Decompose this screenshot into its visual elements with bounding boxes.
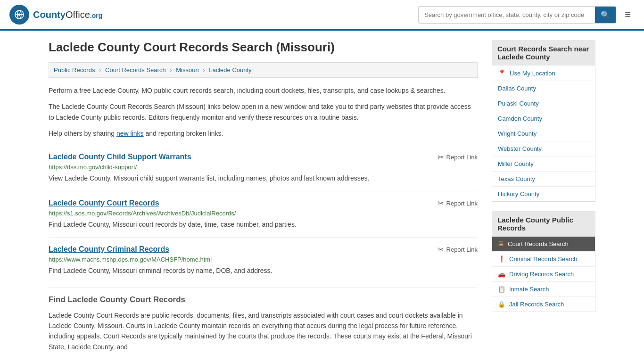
breadcrumb-sep3: › — [203, 66, 205, 74]
public-records-item-0[interactable]: 🏛 Court Records Search — [492, 237, 595, 252]
report-icon-2: ✂ — [438, 199, 444, 208]
result-desc-2: Find Laclede County, Missouri court reco… — [49, 220, 478, 230]
nearby-county-3[interactable]: Wright County — [492, 126, 595, 141]
breadcrumb-missouri[interactable]: Missouri — [176, 66, 198, 74]
find-title: Find Laclede County Court Records — [49, 295, 478, 304]
public-records-item-2[interactable]: 🚗 Driving Records Search — [492, 267, 595, 282]
desc3-pre: Help others by sharing — [49, 130, 116, 137]
nearby-county-4[interactable]: Webster County — [492, 141, 595, 156]
search-button[interactable]: 🔍 — [595, 7, 616, 23]
nearby-county-5[interactable]: Miller County — [492, 156, 595, 172]
new-links-link[interactable]: new links — [116, 130, 144, 137]
result-url-1: https://dss.mo.gov/child-support/ — [49, 164, 478, 171]
public-records-list: 🏛 Court Records Search ❗ Criminal Record… — [492, 237, 595, 312]
report-icon-1: ✂ — [438, 153, 444, 162]
breadcrumb: Public Records › Court Records Search › … — [49, 62, 478, 78]
site-header: CountyOffice.org 🔍 ≡ — [0, 0, 644, 31]
result-url-3: https://www.machs.mshp.dps.mo.gov/MACHSF… — [49, 256, 478, 263]
logo: CountyOffice.org — [9, 5, 102, 25]
description-2: The Laclede County Court Records Search … — [49, 101, 478, 123]
sidebar: Court Records Search near Laclede County… — [492, 40, 595, 352]
report-link-1[interactable]: ✂ Report Link — [438, 153, 478, 162]
result-url-2: https://s1.sos.mo.gov/Records/Archives/A… — [49, 210, 478, 217]
result-header-1: Laclede County Child Support Warrants ✂ … — [49, 153, 478, 162]
public-records-item-4[interactable]: 🔒 Jail Records Search — [492, 297, 595, 312]
breadcrumb-laclede[interactable]: Laclede County — [209, 66, 251, 74]
nearby-county-2[interactable]: Camden County — [492, 111, 595, 126]
svg-point-4 — [18, 14, 21, 16]
criminal-records-icon: ❗ — [498, 255, 505, 263]
result-header-3: Laclede County Criminal Records ✂ Report… — [49, 245, 478, 254]
result-desc-3: Find Laclede County, Missouri criminal r… — [49, 266, 478, 276]
main-container: Laclede County Court Records Search (Mis… — [39, 31, 605, 362]
logo-text: CountyOffice.org — [33, 9, 102, 20]
nearby-section: Court Records Search near Laclede County… — [492, 40, 595, 202]
nearby-county-1[interactable]: Pulaski County — [492, 96, 595, 111]
result-desc-1: View Laclede County, Missouri child supp… — [49, 173, 478, 183]
use-location-label: Use My Location — [510, 70, 555, 77]
nearby-header: Court Records Search near Laclede County — [492, 40, 595, 66]
result-title-2[interactable]: Laclede County Court Records — [49, 199, 159, 207]
logo-icon — [9, 5, 29, 25]
report-icon-3: ✂ — [438, 245, 444, 254]
report-link-3[interactable]: ✂ Report Link — [438, 245, 478, 254]
find-desc: Laclede County Court Records are public … — [49, 310, 478, 353]
desc3-post: and reporting broken links. — [144, 130, 223, 137]
page-title: Laclede County Court Records Search (Mis… — [49, 40, 478, 55]
breadcrumb-sep2: › — [170, 66, 172, 74]
description-1: Perform a free Laclede County, MO public… — [49, 85, 478, 96]
nearby-county-0[interactable]: Dallas County — [492, 81, 595, 96]
breadcrumb-court-records[interactable]: Court Records Search — [105, 66, 166, 74]
report-link-2[interactable]: ✂ Report Link — [438, 199, 478, 208]
report-label-2: Report Link — [446, 200, 478, 207]
jail-records-icon: 🔒 — [498, 301, 505, 308]
inmate-search-icon: 📋 — [498, 286, 505, 293]
breadcrumb-public-records[interactable]: Public Records — [54, 66, 95, 74]
public-records-item-1[interactable]: ❗ Criminal Records Search — [492, 252, 595, 267]
nearby-county-6[interactable]: Texas County — [492, 172, 595, 187]
use-location-link[interactable]: 📍 Use My Location — [492, 66, 595, 81]
use-location-item[interactable]: 📍 Use My Location — [492, 66, 595, 81]
result-title-3[interactable]: Laclede County Criminal Records — [49, 245, 169, 254]
menu-button[interactable]: ≡ — [621, 7, 635, 23]
driving-records-icon: 🚗 — [498, 271, 505, 278]
search-input[interactable] — [419, 8, 595, 22]
description-3: Help others by sharing new links and rep… — [49, 128, 478, 139]
report-label-1: Report Link — [446, 154, 478, 161]
find-section: Find Laclede County Court Records Lacled… — [49, 287, 478, 353]
report-label-3: Report Link — [446, 246, 478, 253]
public-records-item-3[interactable]: 📋 Inmate Search — [492, 282, 595, 297]
public-records-section: Laclede County Public Records 🏛 Court Re… — [492, 211, 595, 312]
search-bar: 🔍 — [418, 6, 616, 24]
result-item-2: Laclede County Court Records ✂ Report Li… — [49, 191, 478, 237]
content-area: Laclede County Court Records Search (Mis… — [49, 40, 478, 352]
result-header-2: Laclede County Court Records ✂ Report Li… — [49, 199, 478, 208]
public-records-header: Laclede County Public Records — [492, 211, 595, 237]
result-title-1[interactable]: Laclede County Child Support Warrants — [49, 153, 191, 161]
result-item-3: Laclede County Criminal Records ✂ Report… — [49, 237, 478, 283]
court-records-icon: 🏛 — [498, 240, 504, 247]
breadcrumb-sep1: › — [99, 66, 101, 74]
result-item-1: Laclede County Child Support Warrants ✂ … — [49, 145, 478, 191]
header-right: 🔍 ≡ — [418, 6, 635, 24]
nearby-county-7[interactable]: Hickory County — [492, 187, 595, 201]
nearby-list: 📍 Use My Location Dallas County Pulaski … — [492, 66, 595, 202]
location-icon: 📍 — [498, 69, 506, 77]
